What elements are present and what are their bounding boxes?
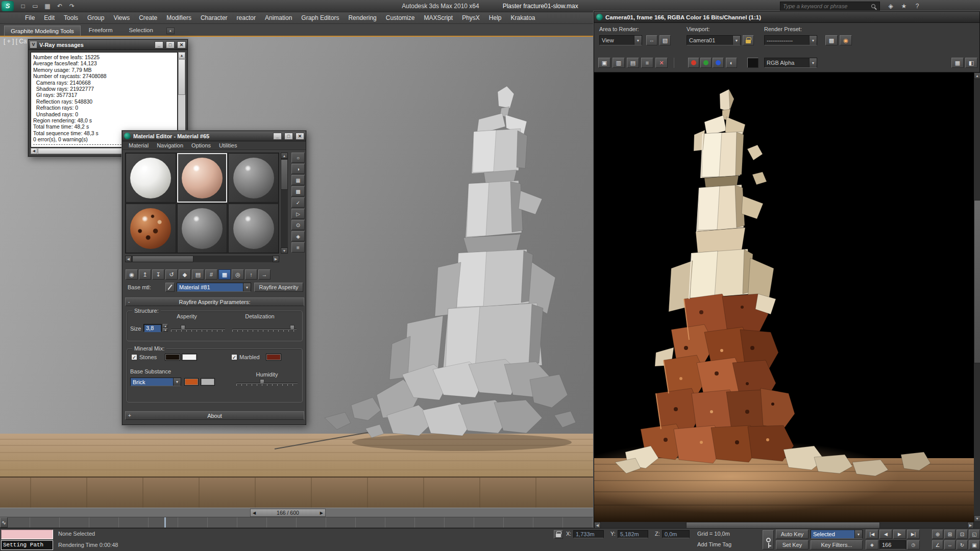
tab-graphite-modeling-tools[interactable]: Graphite Modeling Tools — [4, 26, 81, 37]
marbled-checkbox[interactable]: ✓ — [231, 354, 237, 360]
track-bar[interactable]: ∿ — [0, 517, 594, 528]
3dsmax-logo-icon[interactable]: S — [2, 1, 14, 11]
stones-color-swatch-dark[interactable] — [165, 354, 180, 361]
rollout-expand-icon[interactable]: + — [128, 413, 131, 418]
copy-image-icon[interactable]: ▥ — [612, 58, 625, 68]
scroll-down-icon[interactable]: ▼ — [974, 515, 980, 522]
x-coordinate-field[interactable] — [573, 530, 604, 538]
slots-hscrollbar[interactable]: ◀ ▶ — [125, 256, 279, 262]
close-icon[interactable]: ✕ — [296, 133, 304, 140]
select-by-material-icon[interactable]: ◈ — [291, 231, 305, 241]
frame-forward-icon[interactable]: ▶ — [320, 511, 323, 515]
material-slot-6[interactable] — [228, 204, 279, 253]
blue-channel-icon[interactable] — [713, 58, 724, 68]
zoom-icon[interactable]: ⊕ — [932, 530, 943, 539]
red-channel-icon[interactable] — [688, 58, 699, 68]
auto-key-button[interactable]: Auto Key — [776, 530, 808, 539]
vray-titlebar[interactable]: V V-Ray messages _ □ ✕ — [29, 40, 187, 50]
infocenter-icon[interactable]: ◈ — [885, 1, 896, 11]
render-vscrollbar[interactable]: ▲ ▼ — [974, 72, 980, 522]
zoom-all-icon[interactable]: ⊞ — [944, 530, 955, 539]
time-configuration-icon[interactable]: ◷ — [907, 540, 920, 549]
menu-customize[interactable]: Customize — [381, 12, 420, 24]
material-type-button[interactable]: Rayfire Asperity — [254, 283, 303, 292]
orbit-icon[interactable]: ↻ — [957, 540, 968, 549]
ribbon-minimize-icon[interactable]: ▲ — [166, 28, 175, 34]
scroll-thumb[interactable] — [974, 200, 980, 363]
assign-material-icon[interactable]: ↧ — [152, 269, 164, 280]
scroll-up-icon[interactable]: ▲ — [974, 72, 980, 79]
make-unique-icon[interactable]: ◆ — [179, 269, 191, 280]
zoom-region-icon[interactable]: ◱ — [969, 530, 980, 539]
size-spinner[interactable]: ▲ ▼ — [163, 324, 168, 332]
go-to-sibling-icon[interactable]: → — [258, 269, 271, 280]
menu-navigation[interactable]: Navigation — [153, 142, 187, 148]
scroll-left-icon[interactable]: ◀ — [31, 148, 37, 154]
chevron-down-icon[interactable]: ▼ — [173, 378, 181, 386]
chevron-down-icon[interactable]: ▼ — [634, 36, 642, 45]
scroll-thumb[interactable] — [281, 159, 288, 190]
goto-end-icon[interactable]: ▶| — [907, 530, 920, 539]
material-slot-4[interactable] — [126, 204, 176, 253]
restore-icon[interactable]: □ — [166, 41, 175, 48]
lock-viewport-icon[interactable] — [743, 35, 754, 45]
zoom-extents-icon[interactable]: ⊡ — [957, 530, 968, 539]
menu-graph-editors[interactable]: Graph Editors — [297, 12, 344, 24]
goto-start-icon[interactable]: |◀ — [866, 530, 878, 539]
chevron-down-icon[interactable]: ▼ — [809, 36, 817, 45]
menu-views[interactable]: Views — [109, 12, 134, 24]
material-id-icon[interactable]: # — [205, 269, 217, 280]
menu-modifiers[interactable]: Modifiers — [162, 12, 196, 24]
layout-toggle-b-icon[interactable]: ◧ — [965, 58, 977, 68]
render-setup-icon[interactable]: ▩ — [825, 35, 838, 45]
menu-file[interactable]: File — [20, 12, 39, 24]
print-image-icon[interactable]: ≡ — [641, 58, 653, 68]
material-slot-5[interactable] — [177, 204, 228, 253]
maximize-viewport-icon[interactable]: ▣ — [969, 540, 980, 549]
size-field[interactable]: 3,8 — [143, 324, 162, 332]
substance-color-swatch-gray[interactable] — [201, 378, 215, 386]
auto-region-icon[interactable]: ▧ — [659, 35, 671, 45]
spinner-down-icon[interactable]: ▼ — [163, 328, 168, 332]
favorites-icon[interactable]: ★ — [898, 1, 910, 11]
pan-icon[interactable]: ⇔ — [944, 540, 955, 549]
mini-curve-editor-button[interactable]: ∿ — [0, 517, 8, 528]
menu-rendering[interactable]: Rendering — [344, 12, 381, 24]
selection-lock-icon[interactable] — [554, 530, 563, 539]
put-to-library-icon[interactable]: ▤ — [192, 269, 204, 280]
material-editor-titlebar[interactable]: Material Editor - Material #65 _ □ ✕ — [122, 131, 306, 141]
menu-physx[interactable]: PhysX — [457, 12, 484, 24]
pick-material-icon[interactable] — [165, 283, 175, 292]
search-icon[interactable] — [871, 4, 875, 8]
scroll-down-icon[interactable]: ▼ — [281, 247, 288, 254]
render-button-icon[interactable]: ◉ — [840, 35, 852, 45]
material-name-dropdown[interactable]: Material #81 ▼ — [177, 283, 251, 292]
backlight-icon[interactable]: ◑ — [291, 164, 305, 174]
clear-image-icon[interactable]: ✕ — [655, 58, 668, 68]
scroll-up-icon[interactable]: ▲ — [178, 52, 185, 59]
video-color-check-icon[interactable]: ✓ — [291, 197, 305, 208]
menu-options[interactable]: Options — [187, 142, 215, 148]
put-material-to-scene-icon[interactable]: ↥ — [139, 269, 151, 280]
asperity-slider[interactable] — [171, 323, 225, 332]
minimize-icon[interactable]: _ — [155, 41, 163, 48]
close-icon[interactable]: ✕ — [177, 41, 186, 48]
material-slot-2-selected[interactable] — [177, 153, 228, 203]
menu-tools[interactable]: Tools — [59, 12, 83, 24]
chevron-down-icon[interactable]: ▼ — [854, 530, 862, 538]
scroll-up-icon[interactable]: ▲ — [281, 153, 288, 159]
show-end-result-icon[interactable]: ◎ — [232, 269, 244, 280]
channel-display-dropdown[interactable]: RGB Alpha ▼ — [764, 58, 817, 68]
chevron-down-icon[interactable]: ▼ — [732, 36, 740, 45]
set-keys-button[interactable] — [763, 530, 774, 549]
slots-vscrollbar[interactable]: ▲ ▼ — [281, 153, 288, 254]
reset-map-icon[interactable]: ↺ — [165, 269, 178, 280]
scroll-thumb[interactable] — [132, 256, 193, 262]
marbled-color-swatch[interactable] — [266, 354, 281, 361]
z-coordinate-field[interactable] — [662, 530, 690, 538]
menu-help[interactable]: Help — [484, 12, 506, 24]
tab-freeform[interactable]: Freeform — [81, 24, 121, 37]
menu-reactor[interactable]: reactor — [232, 12, 260, 24]
menu-edit[interactable]: Edit — [39, 12, 59, 24]
viewport-dropdown[interactable]: Camera01 ▼ — [687, 35, 741, 45]
